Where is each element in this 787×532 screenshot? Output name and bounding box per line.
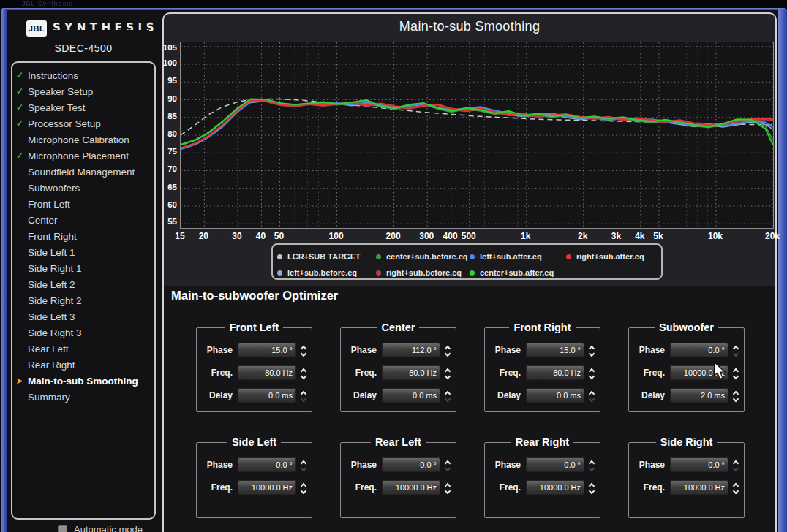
delay-input[interactable]: 2.0ms [670, 388, 728, 403]
freq-spinner[interactable] [443, 365, 452, 380]
freq-row: Freq. 80.0Hz [344, 365, 452, 380]
phase-input[interactable]: 0.0° [670, 457, 728, 472]
freq-input[interactable]: 10000.0Hz [526, 480, 584, 495]
delay-spinner[interactable] [731, 388, 740, 403]
x-tick-50: 50 [274, 231, 284, 241]
phase-input[interactable]: 112.0° [382, 343, 440, 357]
freq-input[interactable]: 80.0Hz [526, 365, 584, 380]
jbl-logo: JBL [26, 20, 47, 37]
freq-spinner[interactable] [298, 480, 308, 495]
sidebar-item-label: Front Left [28, 199, 70, 210]
sidebar-item-center[interactable]: Center [12, 212, 154, 228]
sidebar-item-front-left[interactable]: Front Left [12, 196, 154, 212]
phase-row: Phase 15.0° [200, 343, 308, 357]
step-check-icon: ✓ [16, 118, 28, 129]
y-tick-100: 100 [157, 58, 177, 67]
phase-spinner[interactable] [587, 343, 596, 357]
freq-spinner[interactable] [731, 365, 740, 380]
sidebar-item-side-right-1[interactable]: Side Right 1 [12, 260, 154, 276]
delay-spinner[interactable] [443, 388, 452, 403]
delay-label: Delay [489, 390, 521, 400]
y-tick-65: 65 [157, 183, 177, 191]
legend-label: center+sub.after.eq [480, 268, 554, 277]
freq-spinner[interactable] [731, 480, 740, 495]
y-tick-80: 80 [157, 129, 177, 138]
legend-label: LCR+SUB TARGET [287, 252, 361, 261]
sidebar-item-side-left-2[interactable]: Side Left 2 [12, 276, 154, 292]
sidebar-item-main-to-sub-smoothing[interactable]: ➤Main-to-sub Smoothing [12, 373, 154, 389]
sidebar-item-side-left-3[interactable]: Side Left 3 [12, 308, 154, 324]
delay-label: Delay [200, 390, 233, 400]
sidebar-item-instructions[interactable]: ✓Instructions [12, 67, 154, 83]
sidebar-item-soundfield-management[interactable]: Soundfield Management [12, 164, 154, 180]
legend-item-left-sub-after-eq: left+sub.after.eq [470, 248, 542, 265]
legend-dot-icon [376, 270, 381, 276]
phase-spinner[interactable] [731, 457, 740, 472]
phase-input[interactable]: 15.0° [238, 343, 296, 357]
phase-spinner[interactable] [443, 343, 452, 357]
sidebar-item-speaker-test[interactable]: ✓Speaker Test [12, 99, 154, 115]
sidebar-item-processor-setup[interactable]: ✓Processor Setup [12, 115, 154, 132]
freq-input[interactable]: 10000.0Hz [382, 480, 440, 495]
sidebar-item-label: Rear Right [28, 360, 75, 370]
current-step-arrow-icon: ➤ [16, 376, 28, 386]
phase-input[interactable]: 15.0° [526, 343, 584, 357]
window-frame-right [778, 10, 787, 532]
freq-label: Freq. [489, 482, 521, 493]
phase-row: Phase 0.0° [633, 457, 740, 472]
sidebar-item-rear-right[interactable]: Rear Right [12, 357, 154, 373]
y-tick-70: 70 [157, 164, 177, 173]
sidebar-item-side-right-3[interactable]: Side Right 3 [12, 324, 154, 341]
phase-input[interactable]: 0.0° [238, 457, 296, 472]
sidebar-item-speaker-setup[interactable]: ✓Speaker Setup [12, 83, 154, 99]
sidebar-item-side-right-2[interactable]: Side Right 2 [12, 292, 154, 308]
x-tick-5k: 5k [653, 231, 663, 241]
freq-input[interactable]: 10000.0Hz [238, 480, 296, 495]
freq-spinner[interactable] [298, 365, 308, 380]
legend-dot-icon [566, 254, 571, 259]
phase-input[interactable]: 0.0° [382, 457, 440, 472]
freq-input[interactable]: 80.0Hz [238, 365, 296, 380]
optimizer-panel-rear-left: Rear Left Phase 0.0° Freq. 10000.0Hz [340, 436, 456, 518]
phase-spinner[interactable] [587, 457, 596, 472]
phase-spinner[interactable] [298, 457, 308, 472]
sidebar-item-rear-left[interactable]: Rear Left [12, 341, 154, 357]
freq-input[interactable]: 10000.0Hz [670, 480, 728, 495]
freq-input[interactable]: 80.0Hz [382, 365, 440, 380]
phase-spinner[interactable] [298, 343, 308, 357]
freq-label: Freq. [200, 368, 233, 378]
sidebar-item-label: Rear Left [28, 343, 69, 354]
window-titlebar[interactable]: JBL Synthesis [0, 0, 787, 8]
sidebar-item-front-right[interactable]: Front Right [12, 228, 154, 244]
phase-input[interactable]: 0.0° [670, 343, 728, 357]
sidebar-item-side-left-1[interactable]: Side Left 1 [12, 244, 154, 260]
x-tick-40: 40 [256, 231, 266, 241]
sidebar-item-label: Side Left 1 [28, 247, 75, 258]
sidebar-item-microphone-calibration[interactable]: Microphone Calibration [12, 132, 154, 148]
optimizer-panel-front-right: Front Right Phase 15.0° Freq. 80.0Hz Del… [484, 322, 600, 412]
phase-spinner[interactable] [443, 457, 452, 472]
delay-input[interactable]: 0.0ms [382, 388, 440, 403]
delay-spinner[interactable] [587, 388, 596, 403]
panel-title: Side Right [656, 436, 718, 448]
delay-spinner[interactable] [298, 388, 308, 403]
phase-label: Phase [200, 460, 233, 470]
legend-item-lcr-sub-target: LCR+SUB TARGET [277, 248, 361, 265]
freq-row: Freq. 10000.0Hz [344, 480, 452, 495]
freq-spinner[interactable] [443, 480, 452, 495]
freq-spinner[interactable] [587, 480, 596, 495]
sidebar-item-summary[interactable]: Summary [12, 389, 154, 405]
sidebar-item-microphone-placement[interactable]: ✓Microphone Placement [12, 148, 154, 164]
sidebar-item-label: Speaker Setup [28, 86, 93, 97]
legend-dot-icon [470, 270, 475, 276]
delay-input[interactable]: 0.0ms [238, 388, 296, 403]
optimizer-panel-center: Center Phase 112.0° Freq. 80.0Hz Delay 0… [340, 322, 456, 412]
delay-input[interactable]: 0.0ms [526, 388, 584, 403]
automatic-mode-checkbox[interactable] [58, 525, 67, 532]
freq-spinner[interactable] [587, 365, 596, 380]
phase-input[interactable]: 0.0° [526, 457, 584, 472]
x-tick-20: 20 [199, 231, 208, 241]
phase-spinner[interactable] [731, 343, 740, 357]
sidebar-item-label: Front Right [28, 231, 77, 242]
sidebar-item-subwoofers[interactable]: Subwoofers [12, 180, 154, 196]
